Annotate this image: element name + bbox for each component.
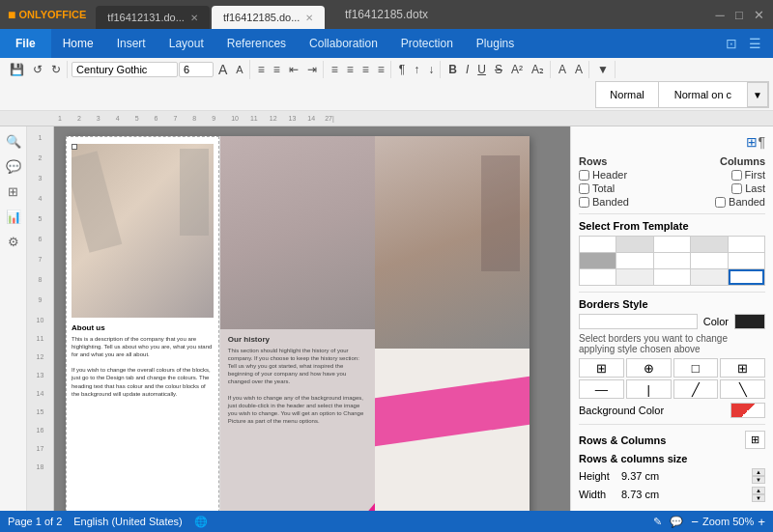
tpl-cell-10[interactable] — [580, 253, 616, 268]
track-changes-icon[interactable]: ✎ — [653, 516, 662, 528]
zoom-out-btn[interactable]: − — [691, 515, 699, 529]
bold-btn[interactable]: B — [444, 61, 461, 78]
col-middle: Our history This section should highligh… — [220, 136, 375, 511]
table-panel-icon[interactable]: ⊞ — [746, 134, 758, 150]
align-justify-btn[interactable]: ≡ — [374, 61, 388, 78]
strikethrough-btn[interactable]: S — [491, 61, 506, 78]
close-btn[interactable]: ✕ — [752, 8, 765, 21]
color-tools: A A — [553, 61, 589, 78]
menu-layout[interactable]: Layout — [157, 29, 215, 58]
selection-handle-tl[interactable] — [72, 144, 77, 150]
border-inner-btn[interactable]: ⊕ — [626, 358, 672, 378]
highlight-btn[interactable]: A — [555, 61, 570, 78]
underline-btn[interactable]: U — [473, 61, 490, 78]
align-right-btn[interactable]: ≡ — [358, 61, 373, 78]
tab-2[interactable]: tf16412185.do... ✕ — [212, 6, 326, 29]
decrease-indent-btn[interactable]: ⇤ — [285, 61, 302, 78]
menu-collaboration[interactable]: Collaboration — [298, 29, 389, 58]
bullet-list-btn[interactable]: ≡ — [254, 61, 269, 78]
border-none-btn[interactable]: □ — [673, 358, 719, 378]
tpl-cell-13[interactable] — [691, 253, 727, 268]
font-color-btn[interactable]: A — [571, 61, 587, 78]
save-btn[interactable]: 💾 — [6, 61, 28, 78]
style-dropdown-btn[interactable]: ▼ — [747, 82, 768, 107]
bg-color-swatch[interactable] — [730, 403, 765, 418]
more-btn[interactable]: ▼ — [593, 61, 613, 78]
tab2-close[interactable]: ✕ — [305, 13, 313, 23]
menu-plugins[interactable]: Plugins — [465, 29, 526, 58]
font-grow-btn[interactable]: A — [215, 60, 231, 79]
tpl-cell-11[interactable] — [616, 253, 652, 268]
font-size-input[interactable]: 6 — [179, 62, 214, 77]
height-down-btn[interactable]: ▼ — [752, 476, 765, 484]
header-checkbox[interactable] — [579, 170, 589, 181]
tpl-cell-02[interactable] — [654, 237, 690, 252]
tpl-cell-22[interactable] — [654, 269, 690, 285]
tpl-cell-01[interactable] — [616, 237, 652, 252]
about-text: This is a description of the company tha… — [72, 335, 214, 398]
tpl-cell-23[interactable] — [691, 269, 727, 285]
list-tools: ≡ ≡ ⇤ ⇥ — [252, 61, 324, 78]
border-all-btn[interactable]: ⊞ — [720, 358, 765, 378]
border-d2-btn[interactable]: ╲ — [720, 379, 765, 399]
first-checkbox[interactable] — [731, 170, 742, 181]
redo-btn[interactable]: ↻ — [47, 61, 65, 78]
border-v-btn[interactable]: | — [626, 379, 672, 399]
align-left-btn[interactable]: ≡ — [328, 61, 342, 78]
font-shrink-btn[interactable]: A — [232, 62, 246, 77]
width-down-btn[interactable]: ▼ — [752, 494, 765, 502]
tpl-cell-12[interactable] — [654, 253, 690, 268]
misc-btn3[interactable]: ↓ — [424, 61, 438, 78]
style-normal-on-btn[interactable]: Normal on c — [661, 82, 745, 107]
sidebar-settings-icon[interactable]: ⚙ — [3, 231, 24, 252]
style-normal-btn[interactable]: Normal — [596, 82, 658, 107]
misc-btn2[interactable]: ↑ — [410, 61, 423, 78]
menu-references[interactable]: References — [215, 29, 298, 58]
sidebar-chat-icon[interactable]: 💬 — [3, 155, 24, 177]
sidebar-header-icon[interactable]: ⊞ — [3, 181, 24, 202]
expand-icon[interactable]: ⊡ — [722, 36, 741, 51]
superscript-btn[interactable]: A² — [507, 61, 527, 78]
minimize-btn[interactable]: ─ — [713, 8, 727, 21]
undo-btn[interactable]: ↺ — [29, 61, 46, 78]
maximize-btn[interactable]: □ — [732, 8, 746, 21]
tpl-cell-04[interactable] — [729, 237, 764, 252]
border-color-swatch[interactable] — [734, 314, 765, 329]
border-d1-btn[interactable]: ╱ — [673, 379, 719, 399]
tpl-cell-03[interactable] — [691, 237, 727, 252]
number-list-btn[interactable]: ≡ — [270, 61, 284, 78]
banded-col-checkbox[interactable] — [715, 197, 726, 208]
tpl-cell-00[interactable] — [580, 237, 616, 252]
misc-btn1[interactable]: ¶ — [395, 61, 409, 78]
last-checkbox[interactable] — [731, 183, 742, 194]
tab-1[interactable]: tf16412131.do... ✕ — [96, 6, 210, 29]
border-h-btn[interactable]: — — [579, 379, 624, 399]
subscript-btn[interactable]: A₂ — [528, 61, 548, 78]
menu-file[interactable]: File — [0, 29, 51, 58]
tpl-cell-20[interactable] — [580, 269, 616, 285]
width-up-btn[interactable]: ▲ — [752, 487, 765, 494]
align-center-btn[interactable]: ≡ — [343, 61, 358, 78]
tpl-cell-14[interactable] — [729, 253, 764, 268]
tab1-close[interactable]: ✕ — [190, 13, 198, 23]
font-name-input[interactable]: Century Gothic — [72, 62, 178, 77]
border-style-select[interactable] — [579, 314, 698, 329]
menu-insert[interactable]: Insert — [105, 29, 157, 58]
tpl-cell-24[interactable] — [729, 269, 764, 285]
zoom-in-btn[interactable]: + — [758, 515, 765, 529]
menu-more-icon[interactable]: ☰ — [745, 36, 765, 51]
total-checkbox[interactable] — [579, 183, 589, 194]
banded-row-checkbox[interactable] — [579, 197, 589, 208]
text-panel-icon[interactable]: ¶ — [758, 134, 765, 150]
sidebar-search-icon[interactable]: 🔍 — [3, 130, 24, 152]
border-outer-btn[interactable]: ⊞ — [579, 358, 624, 378]
height-up-btn[interactable]: ▲ — [752, 468, 765, 476]
italic-btn[interactable]: I — [462, 61, 472, 78]
rows-cols-btn[interactable]: ⊞ — [745, 431, 765, 449]
comment-icon[interactable]: 💬 — [670, 516, 683, 528]
menu-protection[interactable]: Protection — [389, 29, 465, 58]
tpl-cell-21[interactable] — [616, 269, 652, 285]
sidebar-chart-icon[interactable]: 📊 — [3, 206, 24, 227]
increase-indent-btn[interactable]: ⇥ — [303, 61, 321, 78]
menu-home[interactable]: Home — [51, 29, 105, 58]
